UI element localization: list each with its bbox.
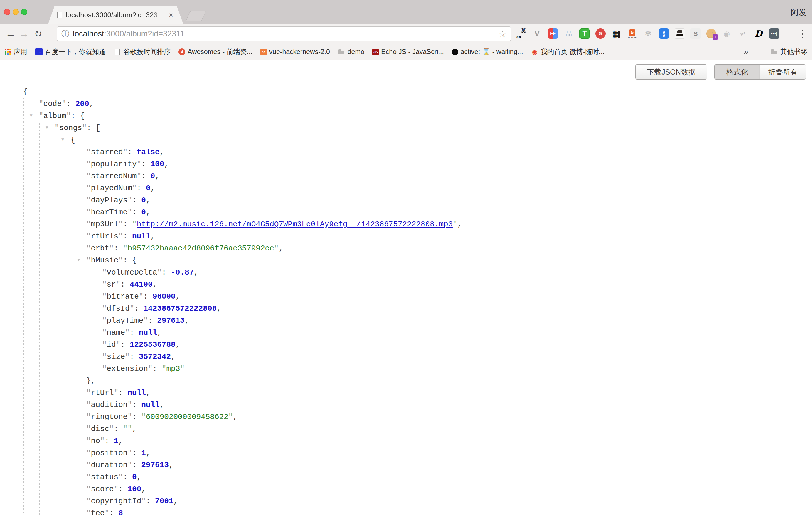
bookmark-item[interactable]: demo xyxy=(338,48,365,56)
json-key: volumeDelta xyxy=(107,268,157,277)
qrcode-icon[interactable] xyxy=(611,28,621,39)
quote-mark: " xyxy=(132,184,137,193)
new-tab-button[interactable] xyxy=(185,11,206,22)
browser-menu-icon[interactable]: ⋮ xyxy=(797,24,808,44)
bookmark-item[interactable]: Awesomes - 前端资... xyxy=(178,47,253,56)
quote-mark: " xyxy=(453,220,457,229)
other-bookmarks-button[interactable]: 其他书签 xyxy=(771,47,807,56)
json-key: bMusic xyxy=(91,256,119,265)
quote-mark: " xyxy=(102,328,107,337)
quote-mark: " xyxy=(86,256,91,265)
json-punctuation: , xyxy=(176,340,180,349)
json-bracket: { xyxy=(80,112,85,120)
json-punctuation: : xyxy=(114,244,123,253)
json-url-link[interactable]: http://m2.music.126.net/mO4G5dQ7WPm3Le0l… xyxy=(137,220,453,229)
sitemap-icon[interactable] xyxy=(563,28,574,39)
vue-devtools-icon[interactable] xyxy=(532,28,542,39)
json-value: 7001 xyxy=(155,497,173,506)
profile-name[interactable]: 阿发 xyxy=(791,7,807,18)
weibo-icon xyxy=(531,48,539,56)
json-key: mp3Url xyxy=(91,220,119,229)
json-key: ringtone xyxy=(91,412,128,421)
json-line: "dayPlays": 0, xyxy=(86,194,812,206)
darkreader-icon[interactable] xyxy=(753,28,763,39)
json-punctuation: : xyxy=(130,352,139,361)
json-value: 100 xyxy=(127,485,141,493)
json-punctuation: : xyxy=(132,461,141,469)
quote-mark: " xyxy=(143,316,148,325)
collapse-all-button[interactable]: 折叠所有 xyxy=(760,65,806,79)
password-manager-icon[interactable] xyxy=(769,28,779,39)
quote-mark: " xyxy=(116,280,121,289)
json-line: "id": 1225536788, xyxy=(102,339,812,351)
json-line: "crbt": "b957432baaac42d8096f76ae357992c… xyxy=(86,242,812,255)
json-line: "starredNum": 0, xyxy=(86,170,812,182)
bookmark-label: Echo JS - JavaScri... xyxy=(381,48,443,56)
collapse-arrow-icon[interactable]: ▼ xyxy=(61,134,64,146)
bookmark-item[interactable]: Echo JS - JavaScri... xyxy=(372,48,443,56)
back-button[interactable]: ← xyxy=(4,24,17,44)
bookmark-star-icon[interactable]: ☆ xyxy=(498,29,506,39)
quote-mark: " xyxy=(86,220,91,229)
json-punctuation: , xyxy=(233,412,237,421)
json-line: "code": 200, xyxy=(39,98,812,110)
weibo-gray-icon[interactable] xyxy=(722,28,732,39)
quote-mark: " xyxy=(102,340,107,349)
info-icon[interactable]: ⓘ xyxy=(61,28,69,39)
hummingbird-icon[interactable] xyxy=(737,28,748,39)
paw-icon[interactable] xyxy=(643,28,653,39)
zoom-window-button[interactable] xyxy=(21,9,27,15)
tab-close-icon[interactable]: × xyxy=(169,11,173,19)
quote-mark: " xyxy=(39,99,44,108)
tampermonkey-icon[interactable] xyxy=(580,28,590,39)
quote-mark: " xyxy=(86,148,91,156)
bookmarks-overflow-icon[interactable]: » xyxy=(744,47,748,56)
bookmark-item[interactable]: 谷歌按时间排序 xyxy=(114,47,171,56)
reload-button[interactable]: ↻ xyxy=(32,24,45,44)
json-punctuation: : xyxy=(132,449,141,457)
bookmark-label: active: ⌛ - waiting... xyxy=(461,48,523,56)
bookmark-item[interactable]: active: ⌛ - waiting... xyxy=(452,48,523,56)
json-bracket: }, xyxy=(86,376,95,385)
format-button[interactable]: 格式化 xyxy=(715,65,760,79)
bookmark-item[interactable]: 应用 xyxy=(4,47,27,56)
collapse-arrow-icon[interactable]: ▼ xyxy=(46,122,49,134)
json-punctuation: : xyxy=(162,268,171,277)
sass-icon[interactable] xyxy=(691,28,701,39)
browser-tab[interactable]: localhost:3000/album?id=323 × xyxy=(48,6,183,24)
json-punctuation: : xyxy=(66,99,76,108)
json-punctuation: : xyxy=(148,316,157,325)
json-punctuation: : xyxy=(127,148,137,156)
quote-mark: " xyxy=(125,352,130,361)
json-node: ▼{"starred": false,"popularity": 100,"st… xyxy=(70,134,812,515)
close-window-button[interactable] xyxy=(4,9,10,15)
quote-mark: " xyxy=(86,461,91,469)
monkey-badge-icon[interactable]: 1 xyxy=(706,29,716,38)
collapse-arrow-icon[interactable]: ▼ xyxy=(77,254,80,266)
quote-mark: " xyxy=(123,148,128,156)
minimize-window-button[interactable] xyxy=(12,9,19,15)
address-bar[interactable]: ⓘ localhost:3000/album?id=32311 ☆ xyxy=(57,26,511,41)
download-manager-icon[interactable] xyxy=(659,28,669,39)
view-mode-segmented-control: 格式化 折叠所有 xyxy=(714,64,806,80)
download-json-button[interactable]: 下载JSON数据 xyxy=(635,64,707,80)
quote-mark: " xyxy=(102,316,107,325)
bookmark-item[interactable]: 百度一下，你就知道 xyxy=(35,47,106,56)
fe-icon[interactable] xyxy=(548,28,558,39)
forward-button: → xyxy=(18,24,31,44)
quote-mark: " xyxy=(102,292,107,301)
json-node: "playedNum": 0, xyxy=(86,182,812,194)
bookmark-item[interactable]: 我的首页 微博-随时... xyxy=(531,47,605,56)
quote-mark: " xyxy=(86,497,91,506)
quote-mark: " xyxy=(86,184,91,193)
json-punctuation: : xyxy=(137,184,146,193)
video-speed-icon[interactable] xyxy=(596,28,606,39)
bookmark-item[interactable]: vue-hackernews-2.0 xyxy=(260,48,330,56)
translate-icon[interactable] xyxy=(516,28,526,39)
incognito-icon[interactable] xyxy=(675,28,685,39)
extensions-area: 1 xyxy=(516,24,779,44)
html5-player-icon[interactable] xyxy=(627,28,637,39)
collapse-arrow-icon[interactable]: ▼ xyxy=(30,110,33,122)
json-line: ▼"songs": [ xyxy=(55,122,812,134)
json-line: ▼{ xyxy=(70,134,812,146)
